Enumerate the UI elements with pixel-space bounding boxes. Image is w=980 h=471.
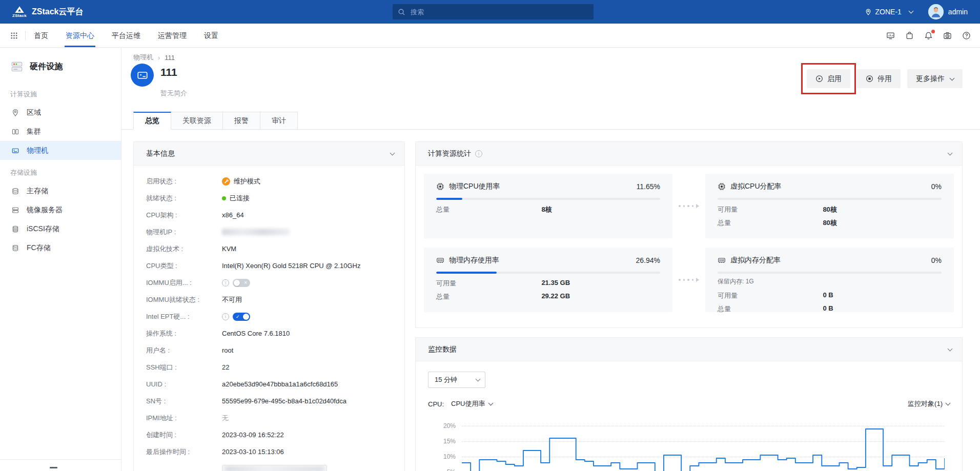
basic-info-row: IPMI地址 :无 — [146, 413, 392, 423]
field-label: CPU架构 : — [146, 211, 222, 220]
nav-item-4[interactable]: 设置 — [204, 24, 218, 47]
host-icon — [11, 147, 19, 155]
sidebar-item-primary-storage[interactable]: 主存储 — [0, 181, 121, 200]
tab-0[interactable]: 总览 — [133, 112, 171, 130]
field-value: 55595e99-679e-495c-b8a4-b1c02d40fdca — [222, 397, 346, 405]
sidebar-item-label: 区域 — [27, 108, 41, 117]
zone-selector[interactable]: ZONE-1 — [865, 8, 913, 16]
breadcrumb-item-1[interactable]: 111 — [165, 54, 175, 62]
breadcrumb-separator: › — [158, 54, 160, 62]
stat-title: 虚拟内存分配率 — [730, 256, 781, 265]
stat-card-header: 物理CPU使用率11.65% — [436, 182, 660, 191]
compute-stats-header[interactable]: 计算资源统计 — [416, 142, 962, 166]
cluster-icon — [11, 128, 19, 136]
stat-row-label: 总量 — [436, 206, 450, 213]
sidebar-section-label: 计算设施 — [0, 81, 121, 103]
field-value: Intel(R) Xeon(R) Gold 5218R CPU @ 2.10GH… — [222, 262, 360, 270]
sidebar-item-zone[interactable]: 区域 — [0, 103, 121, 122]
tab-3[interactable]: 审计 — [260, 112, 298, 130]
action-buttons: 启用停用更多操作 — [807, 69, 963, 88]
global-search[interactable] — [393, 4, 594, 19]
play-button[interactable]: 启用 — [807, 69, 850, 88]
toggle-off[interactable] — [233, 279, 250, 287]
stat-row: 总量80核 — [718, 218, 942, 227]
nav-item-1[interactable]: 资源中心 — [66, 24, 94, 47]
stat-row-label: 可用量 — [436, 279, 456, 287]
basic-info-row: 用户名 :root — [146, 345, 392, 356]
toggle-on[interactable] — [233, 313, 250, 321]
breadcrumb-item-0[interactable]: 物理机 — [133, 53, 153, 62]
nav-item-3[interactable]: 运营管理 — [158, 24, 187, 47]
stat-percent: 11.65% — [637, 182, 660, 191]
username[interactable]: admin — [948, 8, 968, 16]
sidebar: 硬件设施 计算设施区域集群物理机存储设施主存储镜像服务器iSCSI存储FC存储 — [0, 48, 121, 471]
field-label: IPMI地址 : — [146, 414, 222, 423]
field-label: 最后操作时间 : — [146, 447, 222, 457]
button-label: 更多操作 — [916, 74, 945, 84]
primary-storage-icon — [11, 187, 19, 195]
chevron-down-icon[interactable] — [948, 150, 953, 155]
field-label: 用户名 : — [146, 346, 222, 355]
page-title: 111 — [160, 66, 177, 78]
help-icon[interactable] — [962, 31, 971, 40]
basic-info-row: IOMMU就绪状态 :不可用 — [146, 294, 392, 305]
chevron-down-icon[interactable] — [390, 150, 395, 155]
y-axis-tick: 20% — [428, 422, 456, 429]
more-actions-button[interactable]: 更多操作 — [907, 69, 963, 88]
field-label: IOMMU就绪状态 : — [146, 295, 222, 304]
notifications-bell-icon[interactable] — [924, 31, 933, 40]
sidebar-item-label: 主存储 — [27, 187, 48, 196]
basic-info-row: 启用状态 :维护模式 — [146, 176, 392, 187]
field-label: 物理机IP : — [146, 228, 222, 237]
stat-row: 总量29.22 GB — [436, 292, 660, 300]
avatar[interactable] — [928, 4, 944, 19]
button-label: 停用 — [877, 74, 892, 84]
field-value: CentOS Core 7.6.1810 — [222, 330, 290, 337]
basic-info-row: 物理机IP : — [146, 227, 392, 237]
apps-grid-icon[interactable] — [10, 32, 18, 39]
info-icon[interactable] — [475, 150, 482, 157]
field-label: CPU类型 : — [146, 261, 222, 271]
tab-2[interactable]: 报警 — [223, 112, 260, 130]
time-range-select[interactable]: 15 分钟 — [428, 372, 485, 388]
basic-info-header[interactable]: 基本信息 — [134, 142, 404, 166]
connected-dot-icon — [222, 196, 226, 200]
sidebar-title: 硬件设施 — [0, 48, 121, 81]
operation-timer-icon[interactable] — [943, 31, 952, 40]
host-avatar — [131, 64, 154, 87]
sidebar-item-iscsi[interactable]: iSCSI存储 — [0, 219, 121, 238]
memory-icon — [718, 256, 726, 264]
sidebar-item-cluster[interactable]: 集群 — [0, 122, 121, 141]
hardware-server-icon — [10, 60, 24, 73]
chevron-down-icon — [488, 401, 493, 406]
stat-row: 可用量21.35 GB — [436, 279, 660, 287]
progress-bar — [718, 272, 942, 274]
chevron-down-icon — [946, 401, 951, 406]
stat-note: 保留内存: 1G — [718, 277, 942, 286]
action-button-wrap-2: 更多操作 — [907, 69, 963, 88]
sidebar-item-image-server[interactable]: 镜像服务器 — [0, 200, 121, 219]
metric-select[interactable]: CPU使用率 — [451, 399, 492, 408]
info-icon[interactable] — [222, 279, 229, 286]
tab-1[interactable]: 关联资源 — [171, 112, 223, 130]
chevron-down-icon — [476, 377, 481, 382]
stat-row-value: 0 B — [823, 291, 833, 299]
sidebar-item-host[interactable]: 物理机 — [0, 141, 121, 160]
stat-row-value: 21.35 GB — [541, 279, 570, 286]
clipboard-icon[interactable] — [905, 31, 914, 40]
sidebar-item-fc[interactable]: FC存储 — [0, 238, 121, 257]
stop-button[interactable]: 停用 — [857, 69, 901, 88]
nav-item-0[interactable]: 首页 — [34, 24, 48, 47]
monitoring-header[interactable]: 监控数据 — [416, 338, 962, 361]
nav-item-2[interactable]: 平台运维 — [112, 24, 140, 47]
monitor-target-select[interactable]: 监控对象(1) — [908, 399, 950, 408]
chevron-down-icon[interactable] — [948, 346, 953, 351]
stat-row-value: 80核 — [823, 218, 836, 228]
search-input[interactable] — [410, 8, 588, 16]
stat-card-2: 物理内存使用率26.94%可用量21.35 GB总量29.22 GB — [424, 248, 672, 312]
console-monitor-icon[interactable] — [886, 31, 895, 40]
compute-stats-title: 计算资源统计 — [428, 149, 471, 158]
stat-row-label: 总量 — [718, 219, 731, 227]
field-label: IOMMU启用... : — [146, 278, 222, 288]
info-icon[interactable] — [222, 313, 229, 320]
